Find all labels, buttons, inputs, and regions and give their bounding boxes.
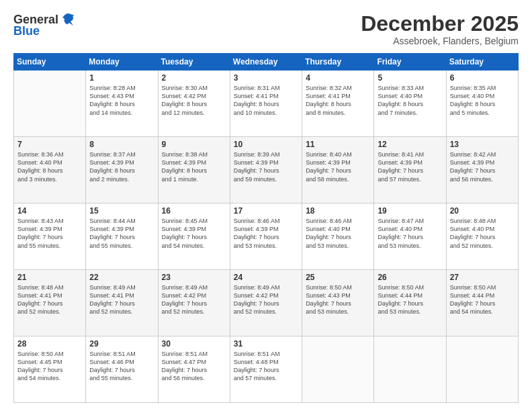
calendar-header-row: Sunday Monday Tuesday Wednesday Thursday… — [14, 54, 519, 71]
col-wednesday: Wednesday — [230, 54, 302, 71]
table-row: 13Sunrise: 8:42 AM Sunset: 4:39 PM Dayli… — [446, 137, 518, 203]
table-row: 22Sunrise: 8:49 AM Sunset: 4:41 PM Dayli… — [86, 270, 158, 336]
day-number: 27 — [450, 273, 515, 282]
table-row: 23Sunrise: 8:49 AM Sunset: 4:42 PM Dayli… — [158, 270, 230, 336]
day-number: 2 — [162, 73, 226, 83]
cell-info: Sunrise: 8:46 AM Sunset: 4:40 PM Dayligh… — [306, 217, 370, 250]
cell-info: Sunrise: 8:49 AM Sunset: 4:41 PM Dayligh… — [89, 283, 154, 316]
cell-info: Sunrise: 8:50 AM Sunset: 4:43 PM Dayligh… — [306, 283, 370, 316]
col-tuesday: Tuesday — [158, 54, 230, 71]
day-number: 3 — [234, 73, 298, 83]
cell-info: Sunrise: 8:51 AM Sunset: 4:46 PM Dayligh… — [89, 350, 154, 383]
day-number: 24 — [234, 273, 298, 282]
calendar-week-row: 1Sunrise: 8:28 AM Sunset: 4:43 PM Daylig… — [14, 71, 519, 137]
table-row: 26Sunrise: 8:50 AM Sunset: 4:44 PM Dayli… — [374, 270, 446, 336]
table-row: 1Sunrise: 8:28 AM Sunset: 4:43 PM Daylig… — [86, 71, 158, 137]
table-row: 8Sunrise: 8:37 AM Sunset: 4:39 PM Daylig… — [86, 137, 158, 203]
cell-info: Sunrise: 8:35 AM Sunset: 4:40 PM Dayligh… — [450, 84, 515, 117]
table-row: 16Sunrise: 8:45 AM Sunset: 4:39 PM Dayli… — [158, 203, 230, 270]
cell-info: Sunrise: 8:36 AM Sunset: 4:40 PM Dayligh… — [17, 150, 82, 183]
col-thursday: Thursday — [302, 54, 374, 71]
day-number: 13 — [450, 140, 515, 149]
col-monday: Monday — [86, 54, 158, 71]
table-row: 2Sunrise: 8:30 AM Sunset: 4:42 PM Daylig… — [158, 71, 230, 137]
location: Assebroek, Flanders, Belgium — [361, 36, 519, 46]
col-sunday: Sunday — [14, 54, 86, 71]
cell-info: Sunrise: 8:49 AM Sunset: 4:42 PM Dayligh… — [234, 283, 298, 316]
calendar-week-row: 14Sunrise: 8:43 AM Sunset: 4:39 PM Dayli… — [14, 203, 519, 270]
calendar-week-row: 28Sunrise: 8:50 AM Sunset: 4:45 PM Dayli… — [14, 336, 519, 403]
table-row — [14, 71, 86, 137]
table-row: 20Sunrise: 8:48 AM Sunset: 4:40 PM Dayli… — [446, 203, 518, 270]
title-block: December 2025 Assebroek, Flanders, Belgi… — [361, 12, 519, 46]
table-row: 19Sunrise: 8:47 AM Sunset: 4:40 PM Dayli… — [374, 203, 446, 270]
logo-bird-icon — [61, 12, 75, 27]
day-number: 18 — [306, 206, 370, 216]
day-number: 23 — [162, 273, 226, 282]
table-row: 21Sunrise: 8:48 AM Sunset: 4:41 PM Dayli… — [14, 270, 86, 336]
cell-info: Sunrise: 8:49 AM Sunset: 4:42 PM Dayligh… — [162, 283, 226, 316]
cell-info: Sunrise: 8:50 AM Sunset: 4:44 PM Dayligh… — [378, 283, 442, 316]
table-row: 14Sunrise: 8:43 AM Sunset: 4:39 PM Dayli… — [14, 203, 86, 270]
table-row: 9Sunrise: 8:38 AM Sunset: 4:39 PM Daylig… — [158, 137, 230, 203]
cell-info: Sunrise: 8:50 AM Sunset: 4:44 PM Dayligh… — [450, 283, 515, 316]
cell-info: Sunrise: 8:47 AM Sunset: 4:40 PM Dayligh… — [378, 217, 442, 250]
table-row: 29Sunrise: 8:51 AM Sunset: 4:46 PM Dayli… — [86, 336, 158, 403]
calendar-week-row: 21Sunrise: 8:48 AM Sunset: 4:41 PM Dayli… — [14, 270, 519, 336]
cell-info: Sunrise: 8:32 AM Sunset: 4:41 PM Dayligh… — [306, 84, 370, 117]
day-number: 20 — [450, 206, 515, 216]
day-number: 28 — [17, 339, 82, 349]
day-number: 15 — [89, 206, 154, 216]
cell-info: Sunrise: 8:28 AM Sunset: 4:43 PM Dayligh… — [89, 84, 154, 117]
table-row: 3Sunrise: 8:31 AM Sunset: 4:41 PM Daylig… — [230, 71, 302, 137]
calendar-week-row: 7Sunrise: 8:36 AM Sunset: 4:40 PM Daylig… — [14, 137, 519, 203]
day-number: 26 — [378, 273, 442, 282]
day-number: 12 — [378, 140, 442, 149]
table-row — [374, 336, 446, 403]
day-number: 16 — [162, 206, 226, 216]
day-number: 25 — [306, 273, 370, 282]
cell-info: Sunrise: 8:48 AM Sunset: 4:40 PM Dayligh… — [450, 217, 515, 250]
day-number: 21 — [17, 273, 82, 282]
cell-info: Sunrise: 8:43 AM Sunset: 4:39 PM Dayligh… — [17, 217, 82, 250]
day-number: 7 — [17, 140, 82, 149]
table-row: 31Sunrise: 8:51 AM Sunset: 4:48 PM Dayli… — [230, 336, 302, 403]
cell-info: Sunrise: 8:51 AM Sunset: 4:47 PM Dayligh… — [162, 350, 226, 383]
day-number: 10 — [234, 140, 298, 149]
table-row: 18Sunrise: 8:46 AM Sunset: 4:40 PM Dayli… — [302, 203, 374, 270]
calendar-table: Sunday Monday Tuesday Wednesday Thursday… — [13, 53, 519, 403]
table-row — [302, 336, 374, 403]
table-row: 4Sunrise: 8:32 AM Sunset: 4:41 PM Daylig… — [302, 71, 374, 137]
cell-info: Sunrise: 8:30 AM Sunset: 4:42 PM Dayligh… — [162, 84, 226, 117]
table-row: 25Sunrise: 8:50 AM Sunset: 4:43 PM Dayli… — [302, 270, 374, 336]
table-row: 12Sunrise: 8:41 AM Sunset: 4:39 PM Dayli… — [374, 137, 446, 203]
day-number: 4 — [306, 73, 370, 83]
day-number: 31 — [234, 339, 298, 349]
cell-info: Sunrise: 8:39 AM Sunset: 4:39 PM Dayligh… — [234, 150, 298, 183]
cell-info: Sunrise: 8:45 AM Sunset: 4:39 PM Dayligh… — [162, 217, 226, 250]
calendar-page: General Blue December 2025 Assebroek, Fl… — [0, 0, 532, 411]
table-row: 24Sunrise: 8:49 AM Sunset: 4:42 PM Dayli… — [230, 270, 302, 336]
day-number: 29 — [89, 339, 154, 349]
cell-info: Sunrise: 8:41 AM Sunset: 4:39 PM Dayligh… — [378, 150, 442, 183]
cell-info: Sunrise: 8:50 AM Sunset: 4:45 PM Dayligh… — [17, 350, 82, 383]
col-saturday: Saturday — [446, 54, 518, 71]
cell-info: Sunrise: 8:31 AM Sunset: 4:41 PM Dayligh… — [234, 84, 298, 117]
day-number: 9 — [162, 140, 226, 149]
day-number: 30 — [162, 339, 226, 349]
cell-info: Sunrise: 8:46 AM Sunset: 4:39 PM Dayligh… — [234, 217, 298, 250]
cell-info: Sunrise: 8:48 AM Sunset: 4:41 PM Dayligh… — [17, 283, 82, 316]
table-row: 30Sunrise: 8:51 AM Sunset: 4:47 PM Dayli… — [158, 336, 230, 403]
day-number: 17 — [234, 206, 298, 216]
table-row: 28Sunrise: 8:50 AM Sunset: 4:45 PM Dayli… — [14, 336, 86, 403]
cell-info: Sunrise: 8:40 AM Sunset: 4:39 PM Dayligh… — [306, 150, 370, 183]
logo: General Blue — [13, 12, 75, 38]
table-row: 17Sunrise: 8:46 AM Sunset: 4:39 PM Dayli… — [230, 203, 302, 270]
table-row: 6Sunrise: 8:35 AM Sunset: 4:40 PM Daylig… — [446, 71, 518, 137]
table-row — [446, 336, 518, 403]
day-number: 8 — [89, 140, 154, 149]
day-number: 19 — [378, 206, 442, 216]
day-number: 14 — [17, 206, 82, 216]
cell-info: Sunrise: 8:33 AM Sunset: 4:40 PM Dayligh… — [378, 84, 442, 117]
table-row: 15Sunrise: 8:44 AM Sunset: 4:39 PM Dayli… — [86, 203, 158, 270]
